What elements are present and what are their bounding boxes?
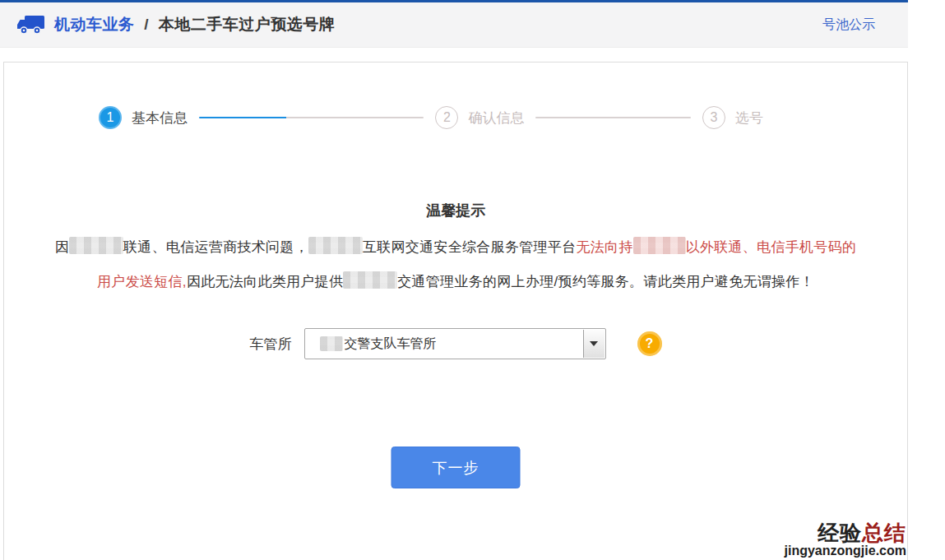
- notice-text-segment: 因此无法向此类用户提供: [187, 274, 343, 289]
- number-pool-link[interactable]: 号池公示: [822, 16, 875, 34]
- step-1-label: 基本信息: [132, 109, 188, 127]
- breadcrumb-divider: /: [144, 16, 149, 33]
- censored-prefix: [320, 336, 343, 351]
- step-2-circle: 2: [435, 106, 458, 129]
- step-connector-1: [199, 117, 424, 118]
- notice-line-1: 因联通、电信运营商技术问题，互联网交通安全综合服务管理平台无法向持以外联通、电信…: [4, 237, 907, 257]
- step-3-label: 选号: [735, 109, 763, 127]
- chevron-down-icon: [590, 341, 598, 346]
- next-step-button[interactable]: 下一步: [391, 447, 521, 488]
- step-connector-2: [535, 117, 691, 118]
- notice-text-segment: 因: [55, 239, 69, 255]
- step-confirm-info: 2 确认信息: [435, 106, 524, 129]
- censored-text-block: [633, 237, 686, 254]
- notice-text-segment: 联通、电信运营商技术问题，: [123, 239, 308, 255]
- dmv-office-row: 车管所 交警支队车管所 ?: [4, 327, 907, 360]
- dmv-office-label: 车管所: [250, 335, 292, 354]
- dmv-office-select[interactable]: 交警支队车管所: [304, 328, 606, 359]
- page: 机动车业务 / 本地二手车过户预选号牌 号池公示 1 基本信息 2 确认信息 3…: [0, 0, 945, 560]
- watermark-cn-part1: 经验: [818, 521, 862, 545]
- notice-title: 温馨提示: [4, 201, 907, 220]
- page-title: 本地二手车过户预选号牌: [159, 16, 336, 33]
- dmv-office-selected-value: 交警支队车管所: [320, 336, 437, 353]
- step-2-label: 确认信息: [468, 109, 524, 127]
- notice-text-segment: 互联网交通安全综合服务管理平台: [363, 239, 577, 255]
- watermark-domain: jingyanzongjie.com: [785, 544, 906, 558]
- watermark-cn-part2: 总结: [862, 521, 906, 545]
- censored-text-block: [308, 237, 363, 254]
- step-1-circle: 1: [99, 106, 122, 129]
- notice-line-2: 用户发送短信,因此无法向此类用户提供交通管理业务的网上办理/预约等服务。请此类用…: [4, 271, 907, 291]
- help-icon[interactable]: ?: [637, 331, 662, 356]
- main-panel: 1 基本信息 2 确认信息 3 选号 温馨提示 因联通、电信运营商技术问题，互联…: [3, 62, 908, 560]
- header: 机动车业务 / 本地二手车过户预选号牌 号池公示: [0, 2, 908, 48]
- breadcrumb: 机动车业务 / 本地二手车过户预选号牌: [54, 14, 335, 35]
- notice-text-segment: 交通管理业务的网上办理/预约等服务。请此类用户避免无谓操作！: [397, 274, 814, 289]
- watermark-cn: 经验总结: [785, 522, 906, 544]
- step-basic-info: 1 基本信息: [99, 106, 188, 129]
- notice-text-segment: 无法向持: [576, 239, 632, 255]
- notice-text-segment: 以外联通、电信手机号码的: [686, 239, 857, 255]
- censored-text-block: [69, 237, 123, 254]
- truck-icon: [16, 14, 44, 35]
- step-3-circle: 3: [702, 106, 725, 129]
- notice-text-segment: 用户发送短信,: [97, 274, 187, 289]
- step-pick-number: 3 选号: [702, 106, 763, 129]
- step-indicator: 1 基本信息 2 确认信息 3 选号: [99, 105, 763, 130]
- watermark: 经验总结 jingyanzongjie.com: [785, 522, 906, 558]
- select-dropdown-button[interactable]: [583, 330, 605, 358]
- censored-text-block: [343, 271, 397, 289]
- breadcrumb-section: 机动车业务: [54, 16, 135, 33]
